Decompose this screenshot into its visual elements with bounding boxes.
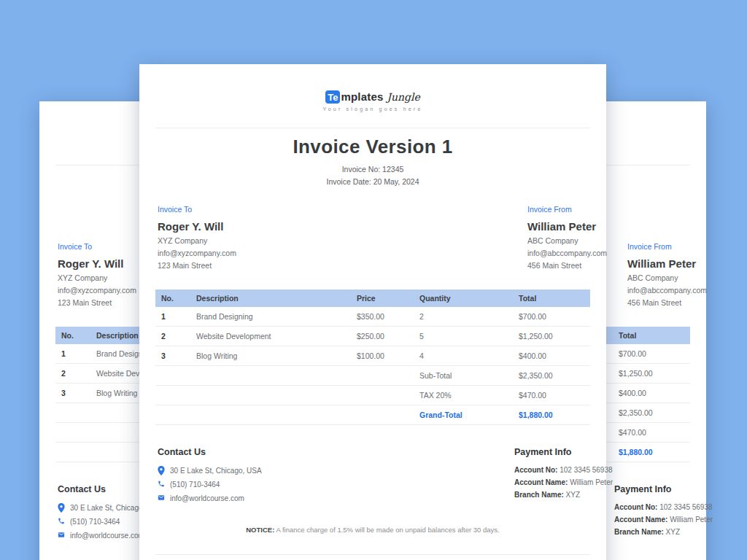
col-header-no: No. <box>155 289 190 307</box>
cell-no: 1 <box>155 307 190 327</box>
invoice-to-block: Invoice To Roger Y. Will XYZ Company inf… <box>58 242 136 307</box>
subtotal-label: Sub-Total <box>414 366 513 386</box>
cell-total: $700.00 <box>513 307 590 327</box>
col-header-total: Total <box>513 289 590 307</box>
account-name-line: Account Name: William Peter <box>614 516 713 524</box>
invoice-number: Invoice No: 12345 <box>155 165 590 174</box>
grand-total-value: $1,880.00 <box>613 443 690 462</box>
invoice-from-company: ABC Company <box>527 236 607 245</box>
cell-price: $250.00 <box>351 327 414 346</box>
invoice-from-email: info@abccompany.com <box>527 249 607 257</box>
contact-email-item: info@worldcourse.com <box>158 494 262 502</box>
tax-value: $470.00 <box>613 423 690 443</box>
account-no-line: Account No: 102 3345 56938 <box>514 466 613 474</box>
phone-icon <box>58 517 65 526</box>
branch-name-value: XYZ <box>566 491 580 499</box>
contact-email-text: info@worldcourse.com <box>70 532 144 540</box>
branch-name-label: Branch Name: <box>514 491 564 499</box>
invoice-from-address: 456 Main Street <box>627 298 707 307</box>
payment-info-block: Payment Info Account No: 102 3345 56938 … <box>514 447 613 499</box>
tax-label: TAX 20% <box>414 386 513 405</box>
invoice-from-email: info@abccompany.com <box>627 286 707 295</box>
invoice-to-block: Invoice To Roger Y. Will XYZ Company inf… <box>158 205 236 270</box>
cell-no: 2 <box>155 327 190 346</box>
account-no-line: Account No: 102 3345 56938 <box>614 503 713 511</box>
invoice-to-company: XYZ Company <box>58 273 136 282</box>
cell-no: 3 <box>155 346 190 366</box>
notice-label: NOTICE: <box>246 526 274 534</box>
table-row: 2 Website Development $250.00 5 $1,250.0… <box>155 327 590 346</box>
invoice-to-address: 123 Main Street <box>158 261 236 270</box>
grand-total-row: Grand-Total $1,880.00 <box>155 405 590 425</box>
templatesjungle-logo: TemplatesJungle <box>325 90 420 104</box>
invoice-to-name: Roger Y. Will <box>58 257 136 270</box>
cell-total: $400.00 <box>613 384 690 403</box>
cell-quantity: 4 <box>414 346 513 366</box>
account-no-label: Account No: <box>614 503 657 511</box>
cell-price: $100.00 <box>351 346 414 366</box>
contact-payment-section: Contact Us 30 E Lake St, Chicago, USA (5… <box>155 447 590 501</box>
invoice-preview-canvas: TemplatesJungle Your slogan goes here In… <box>0 0 747 560</box>
contact-phone-item: (510) 710-3464 <box>158 480 262 489</box>
contact-us-block: Contact Us 30 E Lake St, Chicago, USA (5… <box>158 447 262 502</box>
payment-info-heading: Payment Info <box>614 484 713 494</box>
subtotal-value: $2,350.00 <box>513 366 590 386</box>
logo-mark: Te <box>325 90 340 104</box>
contact-address-item: 30 E Lake St, Chicago, USA <box>158 466 262 475</box>
phone-icon <box>158 480 165 489</box>
col-header-quantity: Quantity <box>414 289 513 307</box>
logo-header: TemplatesJungle Your slogan goes here <box>155 64 590 128</box>
cell-total: $400.00 <box>513 346 590 366</box>
branch-name-value: XYZ <box>666 528 680 536</box>
invoice-to-address: 123 Main Street <box>58 298 136 307</box>
notice-line: NOTICE: A finance charge of 1.5% will be… <box>155 526 590 534</box>
account-no-value: 102 3345 56938 <box>560 466 612 474</box>
branch-name-line: Branch Name: XYZ <box>514 491 613 499</box>
invoice-to-label: Invoice To <box>58 242 136 251</box>
col-header-total: Total <box>613 327 690 344</box>
payment-info-block: Payment Info Account No: 102 3345 56938 … <box>614 484 713 536</box>
invoice-from-label: Invoice From <box>627 242 707 251</box>
tax-row: TAX 20% $470.00 <box>155 386 590 405</box>
tax-value: $470.00 <box>513 386 590 405</box>
account-no-label: Account No: <box>514 466 557 474</box>
payment-info-heading: Payment Info <box>514 447 613 457</box>
col-header-no: No. <box>55 327 90 344</box>
cell-description: Blog Writing <box>190 346 351 366</box>
account-name-value: William Peter <box>570 478 613 486</box>
logo-word: mplates <box>341 91 383 102</box>
table-header-row: No. Description Price Quantity Total <box>155 289 590 307</box>
cell-quantity: 5 <box>414 327 513 346</box>
invoice-from-block: Invoice From William Peter ABC Company i… <box>627 242 707 307</box>
table-row: 1 Brand Designing $350.00 2 $700.00 <box>155 307 590 327</box>
invoice-title-block: Invoice Version 1 Invoice No: 12345 Invo… <box>155 136 590 186</box>
logo-script-word: Jungle <box>387 92 419 102</box>
grand-total-label: Grand-Total <box>414 405 513 425</box>
cell-description: Brand Designing <box>190 307 351 327</box>
subtotal-value: $2,350.00 <box>613 403 690 423</box>
contact-address-text: 30 E Lake St, Chicago, USA <box>170 467 262 475</box>
invoice-to-email: info@xyzcompany.com <box>158 249 236 257</box>
invoice-to-email: info@xyzcompany.com <box>58 286 136 295</box>
invoice-from-name: William Peter <box>627 257 707 270</box>
cell-no: 3 <box>55 384 90 403</box>
grand-total-value: $1,880.00 <box>513 405 590 425</box>
invoice-from-block: Invoice From William Peter ABC Company i… <box>527 205 607 270</box>
location-pin-icon <box>58 503 65 512</box>
addresses-section: Invoice To Roger Y. Will XYZ Company inf… <box>155 205 590 269</box>
page-title: Invoice Version 1 <box>155 136 590 158</box>
col-header-description: Description <box>190 289 351 307</box>
page-footer: © 2024 Invoice, Terms & Conditions Free … <box>155 554 590 560</box>
cell-description: Website Development <box>190 327 351 346</box>
cell-no: 1 <box>55 344 90 364</box>
invoice-from-name: William Peter <box>527 220 607 233</box>
contact-phone-text: (510) 710-3464 <box>170 481 220 489</box>
subtotal-row: Sub-Total $2,350.00 <box>155 366 590 386</box>
logo-slogan: Your slogan goes here <box>155 106 590 112</box>
envelope-icon <box>58 531 65 540</box>
notice-text: A finance charge of 1.5% will be made on… <box>276 526 499 534</box>
invoice-date: Invoice Date: 20 May, 2024 <box>155 177 590 186</box>
contact-email-text: info@worldcourse.com <box>170 494 244 502</box>
invoice-to-name: Roger Y. Will <box>158 220 236 233</box>
branch-name-label: Branch Name: <box>614 528 664 536</box>
